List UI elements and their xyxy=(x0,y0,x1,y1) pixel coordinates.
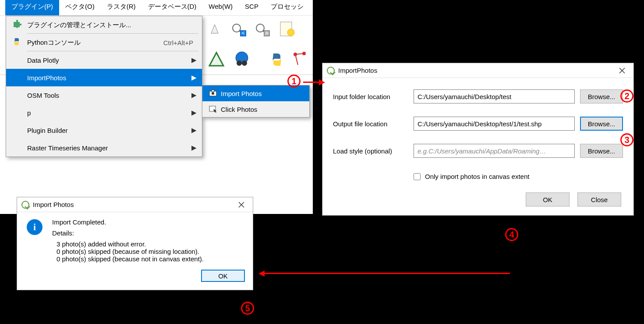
svg-point-10 xyxy=(287,29,294,36)
submenu-arrow-icon: ▶ xyxy=(191,109,197,117)
annotation-5: 5 xyxy=(241,302,254,315)
qgis-window: プラグイン(P) ベクタ(O) ラスタ(R) データベース(D) Web(W) … xyxy=(0,0,313,214)
output-browse-button[interactable]: Browse... xyxy=(580,117,623,131)
annotation-1: 1 xyxy=(287,75,301,88)
menubar: プラグイン(P) ベクタ(O) ラスタ(R) データベース(D) Web(W) … xyxy=(0,0,313,16)
result-title: Import Photos xyxy=(33,201,74,208)
plugin-menu-p[interactable]: p ▶ xyxy=(6,104,202,121)
svg-point-20 xyxy=(212,92,214,95)
menu-database[interactable]: データベース(D) xyxy=(142,0,203,15)
python-icon xyxy=(9,37,25,49)
style-browse-button[interactable]: Browse... xyxy=(580,144,623,158)
camera-import-icon xyxy=(205,88,221,99)
svg-line-18 xyxy=(295,54,298,65)
plugin-menu-rts[interactable]: Raster Timeseries Manager ▶ xyxy=(6,139,202,157)
result-line-2: 0 photo(s) skipped (because of missing l… xyxy=(52,248,204,255)
plugin-menu-builder[interactable]: Plugin Builder ▶ xyxy=(6,121,202,139)
extent-checkbox[interactable] xyxy=(414,173,421,180)
plugin-menu-python-shortcut: Ctrl+Alt+P xyxy=(163,39,193,46)
arrow-dialog-to-result xyxy=(265,273,510,274)
zoom-prev-icon[interactable]: < xyxy=(229,20,248,39)
svg-text:>: > xyxy=(265,30,268,36)
plugin-menu-builder-label: Plugin Builder xyxy=(25,127,191,134)
menu-web[interactable]: Web(W) xyxy=(202,0,239,15)
annotation-3: 3 xyxy=(620,133,633,146)
svg-point-13 xyxy=(237,61,242,66)
python-icon[interactable] xyxy=(267,50,287,69)
menu-plugin[interactable]: プラグイン(P) xyxy=(5,0,59,15)
plugin-menu-importphotos-label: ImportPhotos xyxy=(25,74,191,82)
svg-point-14 xyxy=(242,61,247,66)
input-folder-field[interactable] xyxy=(414,89,575,103)
menu-scp[interactable]: SCP xyxy=(239,0,265,15)
svg-rect-21 xyxy=(212,90,214,92)
info-icon: i xyxy=(27,219,42,235)
menu-processing[interactable]: プロセッシ xyxy=(265,0,310,15)
input-browse-button[interactable]: Browse... xyxy=(580,89,623,103)
puzzle-icon xyxy=(9,19,25,31)
plugin-menu-manage[interactable]: プラグインの管理とインストール... xyxy=(6,16,202,34)
menu-raster[interactable]: ラスタ(R) xyxy=(101,0,142,15)
result-line-3: 0 photo(s) skipped (because not in canva… xyxy=(52,255,204,263)
annotation-4: 4 xyxy=(505,228,518,241)
importphotos-submenu: Import Photos Click Photos xyxy=(202,85,310,117)
map-gear-icon[interactable] xyxy=(278,19,297,39)
submenu-arrow-icon: ▶ xyxy=(191,56,197,64)
result-completed: Import Completed. xyxy=(52,218,204,226)
click-photo-icon xyxy=(205,104,221,115)
result-titlebar: Import Photos xyxy=(17,197,253,212)
submenu-arrow-icon: ▶ xyxy=(191,91,197,99)
qgis-icon xyxy=(21,201,29,209)
import-result-dialog: Import Photos i Import Completed. Detail… xyxy=(17,197,253,290)
result-text: Import Completed. Details: 3 photo(s) ad… xyxy=(52,218,204,263)
load-style-field[interactable] xyxy=(414,144,575,158)
input-folder-row: Input folder location Browse... xyxy=(333,89,623,103)
plugin-menu-importphotos[interactable]: ImportPhotos ▶ xyxy=(6,69,202,86)
submenu-click-photos[interactable]: Click Photos xyxy=(202,101,309,117)
extent-label: Only import photos in canvas extent xyxy=(425,173,529,180)
submenu-import-label: Import Photos xyxy=(221,90,262,97)
globe-search-icon[interactable] xyxy=(232,50,251,69)
close-button[interactable] xyxy=(613,64,631,77)
result-details-header: Details: xyxy=(52,229,204,237)
import-title: ImportPhotos xyxy=(338,67,377,74)
svg-text:<: < xyxy=(242,30,244,36)
plugin-menu-osm[interactable]: OSM Tools ▶ xyxy=(6,86,202,104)
annotation-2: 2 xyxy=(620,89,633,103)
svg-marker-11 xyxy=(209,53,223,66)
input-folder-label: Input folder location xyxy=(333,93,408,100)
plugin-menu-manage-label: プラグインの管理とインストール... xyxy=(25,21,197,29)
plugin-menu-python-label: Pythonコンソール xyxy=(25,39,163,47)
plugin-menu-osm-label: OSM Tools xyxy=(25,92,191,99)
output-file-label: Output file location xyxy=(333,120,408,128)
plugin-menu-p-label: p xyxy=(25,109,191,117)
menu-vector[interactable]: ベクタ(O) xyxy=(59,0,101,15)
submenu-import-photos[interactable]: Import Photos xyxy=(202,85,309,101)
plugin-menu-rts-label: Raster Timeseries Manager xyxy=(25,144,191,152)
close-button[interactable] xyxy=(233,198,250,211)
plugin-menu-python[interactable]: Pythonコンソール Ctrl+Alt+P xyxy=(6,34,202,51)
plugin-menu-dataplotly[interactable]: Data Plotly ▶ xyxy=(6,51,202,69)
submenu-arrow-icon: ▶ xyxy=(191,144,197,152)
import-close-button[interactable]: Close xyxy=(577,192,621,207)
result-ok-button[interactable]: OK xyxy=(201,270,245,282)
submenu-arrow-icon: ▶ xyxy=(191,126,197,134)
node-edit-icon[interactable] xyxy=(291,50,310,69)
import-ok-button[interactable]: OK xyxy=(526,192,570,207)
load-style-label: Load style (optional) xyxy=(333,147,408,155)
qgis-icon xyxy=(327,67,335,75)
submenu-arrow-icon: ▶ xyxy=(191,74,197,82)
arrow-1-to-dialog xyxy=(303,82,319,83)
toolbar-tool-icon[interactable] xyxy=(206,20,225,39)
extent-checkbox-row: Only import photos in canvas extent xyxy=(414,173,623,180)
plugin-menu: プラグインの管理とインストール... Pythonコンソール Ctrl+Alt+… xyxy=(6,16,202,157)
zoom-next-icon[interactable]: > xyxy=(252,20,272,39)
svg-marker-0 xyxy=(211,25,218,33)
result-line-1: 3 photo(s) added without error. xyxy=(52,240,204,248)
triangle-green-icon[interactable] xyxy=(207,50,226,69)
output-file-field[interactable] xyxy=(414,117,575,131)
import-titlebar: ImportPhotos xyxy=(322,63,633,78)
submenu-click-label: Click Photos xyxy=(221,106,257,113)
load-style-row: Load style (optional) Browse... xyxy=(333,144,623,158)
plugin-menu-dataplotly-label: Data Plotly xyxy=(25,57,191,64)
